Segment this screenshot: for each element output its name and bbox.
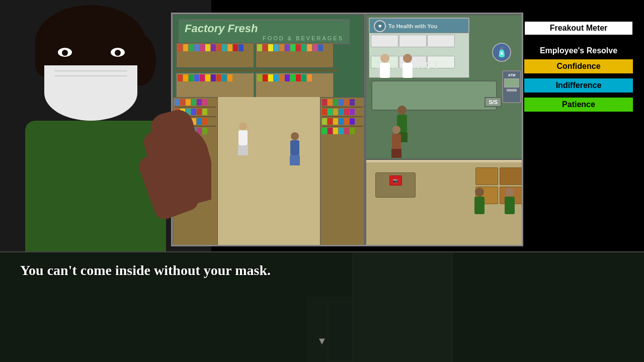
health-sign-text: To Health with You (388, 23, 437, 29)
store-register: 📷 (375, 172, 416, 198)
sanitizer-icon: 🧴 (492, 43, 511, 62)
confidence-label: Confidence (556, 62, 600, 70)
dialog-area: You can't come inside without your mask.… (0, 251, 644, 362)
customer-1 (238, 122, 248, 155)
indifference-bar: Indifference (523, 77, 634, 94)
side-shelf-right (320, 97, 365, 245)
patience-label: Patience (562, 100, 595, 109)
employee-stocking-2 (505, 188, 515, 214)
atm-slot (507, 89, 517, 92)
store-subtitle: FOOD & BEVERAGES (185, 35, 344, 41)
character-apron (55, 128, 136, 249)
character-eye-left (58, 48, 72, 57)
score-display: S/S (485, 97, 502, 107)
store-name: Factory Fresh (185, 22, 344, 35)
store-view: Factory Fresh FOOD & BEVERAGES (171, 13, 523, 246)
patience-bar: Patience (523, 97, 634, 113)
hud-panel: Freakout Meter Employee's Resolve Confid… (523, 20, 634, 116)
shelf-unit-4 (256, 73, 334, 98)
pharmacist-1 (380, 54, 390, 78)
section-divider (364, 14, 366, 246)
employee-stocking (474, 188, 485, 214)
register-light: 📷 (389, 175, 402, 186)
atm-screen (504, 78, 519, 87)
pharmacist-2 (403, 54, 413, 78)
shelf-row-2 (176, 73, 334, 98)
character-mask (44, 65, 137, 121)
confidence-bar: Confidence (523, 58, 634, 74)
store-right-floor: 📷 (365, 162, 523, 246)
indifference-label: Indifference (556, 81, 602, 89)
pharmacy-counter (371, 80, 497, 111)
shelf-unit-2 (256, 43, 334, 68)
shelf-unit-1 (176, 43, 254, 68)
freakout-meter-box: Freakout Meter (523, 20, 634, 36)
atm-label: ATM (503, 71, 520, 77)
health-icon: ♥ (374, 20, 386, 32)
shelf-divider (176, 69, 337, 71)
employee-resolve-label: Employee's Resolve (523, 46, 634, 55)
atm-machine: ATM (502, 70, 521, 103)
game-container: Factory Fresh FOOD & BEVERAGES (0, 0, 644, 362)
dialog-next-arrow[interactable]: ▼ (317, 335, 327, 347)
store-top-section: Factory Fresh FOOD & BEVERAGES (173, 14, 364, 100)
pharmacy-section: ♥ To Health with You PHARMACY (365, 14, 523, 160)
shelf-row-1 (176, 43, 334, 68)
shelf-unit-3 (176, 73, 254, 98)
character-eye-right (111, 48, 125, 57)
customer-right (391, 126, 401, 158)
dialog-text: You can't come inside without your mask. (20, 262, 271, 279)
pharmacy-health-sign: ♥ To Health with You (369, 18, 469, 35)
store-sign: Factory Fresh FOOD & BEVERAGES (179, 19, 350, 44)
customer-2 (290, 132, 300, 165)
freakout-meter-label: Freakout Meter (550, 24, 608, 32)
